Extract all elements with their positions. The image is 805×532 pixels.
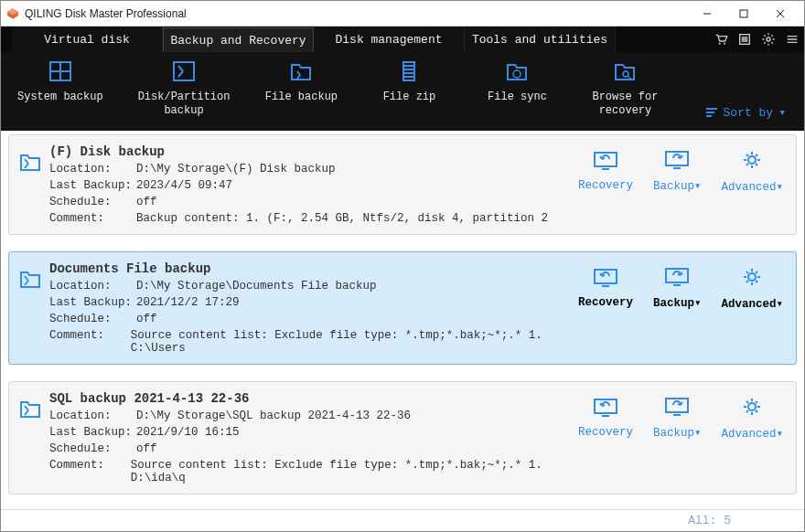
tab-label: Backup and Recovery: [170, 34, 306, 48]
advanced-button[interactable]: Advanced▾: [721, 397, 783, 441]
task-schedule: off: [136, 442, 157, 455]
tab-tools-and-utilities[interactable]: Tools and utilities: [465, 27, 616, 52]
task-schedule: off: [136, 196, 157, 208]
action-label: Recovery: [578, 296, 633, 309]
window-title: QILING Disk Master Professional: [25, 7, 187, 20]
svg-point-2: [724, 43, 725, 45]
backup-task-card[interactable]: SQL backup 2021-4-13 22-36Location:D:\My…: [8, 381, 797, 495]
task-name: (F) Disk backup: [49, 144, 573, 159]
svg-rect-0: [740, 10, 747, 17]
field-label-location: Location:: [49, 163, 136, 176]
list-icon[interactable]: [733, 27, 757, 52]
cart-icon[interactable]: [709, 27, 733, 52]
file-sync-button[interactable]: File sync: [480, 61, 553, 104]
svg-point-14: [748, 273, 756, 281]
backup-task-list: (F) Disk backupLocation:D:\My Storage\(F…: [1, 131, 804, 509]
task-actions: RecoveryBackup▾Advanced▾: [578, 150, 783, 194]
tab-label: Disk management: [335, 33, 442, 47]
tab-label: Virtual disk: [44, 33, 130, 47]
action-label: Backup▾: [653, 178, 702, 193]
sort-by-button[interactable]: Sort by ▾: [705, 105, 786, 120]
svg-point-8: [623, 71, 628, 77]
backup-button[interactable]: Backup▾: [653, 151, 702, 193]
close-button[interactable]: [762, 2, 799, 26]
task-info: SQL backup 2021-4-13 22-36Location:D:\My…: [49, 391, 573, 484]
action-label: Backup▾: [653, 425, 702, 440]
task-comment: Source content list: Exclude file type: …: [131, 329, 573, 355]
backup-button[interactable]: Backup▾: [653, 268, 702, 310]
backup-task-card[interactable]: Documents File backupLocation:D:\My Stor…: [8, 251, 797, 365]
file-backup-button[interactable]: File backup: [264, 61, 338, 104]
system-backup-button[interactable]: System backup: [17, 61, 103, 104]
action-label: Advanced▾: [721, 179, 783, 194]
titlebar: QILING Disk Master Professional: [1, 1, 804, 27]
task-comment: Source content list: Exclude file type: …: [131, 459, 573, 484]
advanced-button[interactable]: Advanced▾: [721, 150, 783, 194]
browse-for-recovery-icon: [614, 61, 636, 85]
toolbar: System backup Disk/Partition backup File…: [1, 52, 804, 131]
field-label-last-backup: Last Backup:: [49, 426, 136, 439]
browse-for-recovery-button[interactable]: Browse for recovery: [588, 61, 661, 118]
backup-button[interactable]: Backup▾: [653, 398, 702, 440]
recovery-button[interactable]: Recovery: [578, 269, 633, 309]
file-zip-button[interactable]: File zip: [372, 61, 445, 104]
task-type-icon: [16, 391, 44, 484]
action-label: Backup▾: [653, 295, 702, 310]
field-label-location: Location:: [49, 280, 136, 293]
toolbar-label: Disk/Partition backup: [138, 90, 231, 118]
menu-icon[interactable]: [780, 27, 804, 52]
recovery-icon: [594, 399, 617, 420]
toolbar-label: File zip: [383, 90, 436, 104]
backup-task-card[interactable]: (F) Disk backupLocation:D:\My Storage\(F…: [8, 134, 797, 235]
field-label-comment: Comment:: [49, 329, 131, 355]
chevron-down-icon: ▾: [778, 105, 786, 120]
task-actions: RecoveryBackup▾Advanced▾: [578, 397, 783, 441]
file-sync-icon: [506, 61, 528, 85]
action-label: Advanced▾: [721, 426, 783, 441]
recovery-icon: [594, 152, 617, 174]
svg-point-11: [748, 156, 756, 164]
toolbar-label: File backup: [265, 90, 338, 104]
maximize-button[interactable]: [725, 2, 762, 26]
task-location: D:\My Storage\SQL backup 2021-4-13 22-36: [136, 410, 411, 422]
backup-icon: [665, 268, 689, 290]
task-actions: RecoveryBackup▾Advanced▾: [578, 267, 783, 311]
tabbar: Virtual disk Backup and Recovery Disk ma…: [1, 27, 804, 52]
tab-backup-and-recovery[interactable]: Backup and Recovery: [163, 27, 314, 53]
file-backup-icon: [290, 61, 312, 85]
action-label: Advanced▾: [721, 296, 783, 311]
settings-icon[interactable]: [757, 27, 780, 52]
backup-icon: [665, 151, 689, 173]
task-name: Documents File backup: [49, 261, 573, 276]
action-label: Recovery: [578, 179, 633, 192]
field-label-last-backup: Last Backup:: [49, 296, 136, 309]
task-location: D:\My Storage\(F) Disk backup: [136, 163, 336, 176]
task-last-backup: 2021/9/10 16:15: [136, 426, 240, 439]
tab-label: Tools and utilities: [472, 33, 607, 47]
disk-partition-backup-button[interactable]: Disk/Partition backup: [138, 61, 231, 118]
task-comment: Backup content: 1. (F:, 2.54 GB, Ntfs/2,…: [136, 212, 548, 225]
sort-icon: [705, 107, 718, 118]
gear-icon: [741, 150, 763, 174]
advanced-button[interactable]: Advanced▾: [721, 267, 783, 311]
task-info: Documents File backupLocation:D:\My Stor…: [49, 261, 573, 355]
disk-partition-backup-icon: [173, 61, 195, 85]
svg-point-4: [767, 37, 770, 41]
tab-virtual-disk[interactable]: Virtual disk: [12, 27, 163, 52]
field-label-schedule: Schedule:: [49, 442, 136, 455]
system-backup-icon: [49, 61, 71, 85]
recovery-button[interactable]: Recovery: [578, 399, 633, 439]
task-schedule: off: [136, 313, 157, 325]
toolbar-label: Browse for recovery: [592, 90, 658, 118]
file-zip-icon: [398, 61, 420, 85]
gear-icon: [741, 397, 763, 420]
tab-disk-management[interactable]: Disk management: [314, 27, 465, 52]
svg-rect-6: [174, 62, 194, 80]
recovery-button[interactable]: Recovery: [578, 152, 633, 192]
field-label-schedule: Schedule:: [49, 196, 136, 208]
field-label-location: Location:: [49, 410, 136, 422]
minimize-button[interactable]: [689, 2, 725, 26]
task-last-backup: 2023/4/5 09:47: [136, 179, 232, 192]
task-type-icon: [16, 144, 44, 225]
task-info: (F) Disk backupLocation:D:\My Storage\(F…: [49, 144, 573, 225]
